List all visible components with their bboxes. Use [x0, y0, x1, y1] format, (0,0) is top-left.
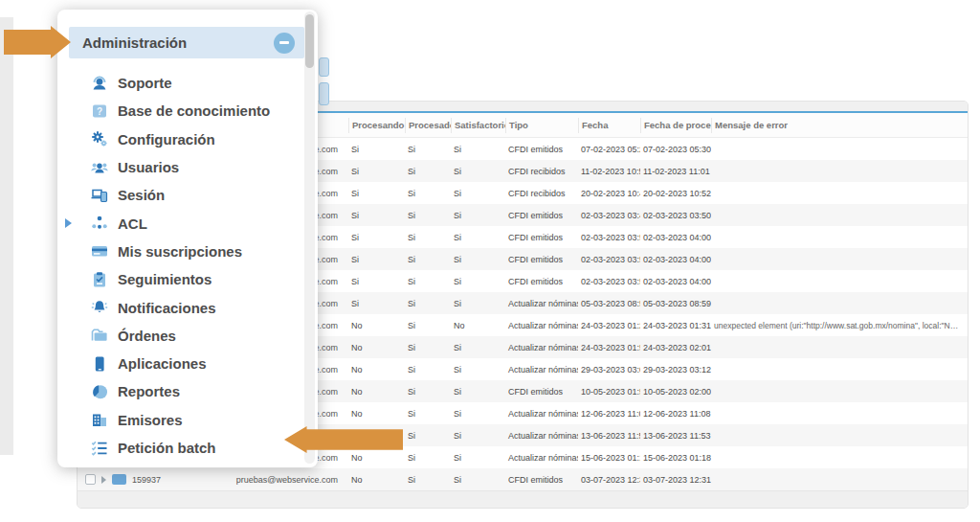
row-satisfactorio: Si	[451, 255, 505, 264]
row-left-controls: 159937	[85, 468, 161, 490]
menu-item-support[interactable]: Soporte	[57, 69, 297, 97]
column-header[interactable]: Mensaje de error	[711, 118, 968, 133]
row-fecha: 02-03-2023 03:55	[578, 277, 640, 286]
row-fecha: 20-02-2023 10:44	[578, 189, 640, 198]
menu-item-batch-request[interactable]: Petición batch	[57, 434, 297, 462]
menu-item-label: Seguimientos	[118, 271, 212, 287]
row-procesando: Si	[348, 233, 405, 242]
row-type-icon	[112, 474, 126, 485]
collapse-minus-icon[interactable]	[274, 33, 295, 54]
row-satisfactorio: No	[451, 321, 505, 330]
menu-scrollbar-thumb[interactable]	[305, 14, 314, 68]
row-fecha: 24-03-2023 01:55	[578, 343, 640, 352]
row-fecha: 07-02-2023 05:22	[578, 145, 640, 154]
row-email: pruebas@webservice.com	[236, 475, 338, 485]
row-procesando: No	[348, 321, 405, 330]
row-fecha: 03-07-2023 12:30	[578, 475, 640, 485]
row-tipo: CFDI emitidos	[505, 475, 578, 485]
column-header[interactable]: Procesando	[348, 118, 405, 133]
row-tipo: Actualizar nóminas	[505, 299, 578, 308]
row-satisfactorio: Si	[451, 145, 505, 154]
row-tipo: CFDI emitidos	[505, 145, 578, 154]
grid-footer-bar	[78, 490, 968, 509]
row-procesando: No	[348, 343, 405, 352]
subscriptions-icon	[90, 241, 109, 261]
row-error-message: unexpected element (uri:"http://www.sat.…	[711, 321, 968, 330]
orders-icon	[90, 326, 109, 345]
row-fecha-proceso: 12-06-2023 11:08	[640, 409, 711, 419]
row-fecha-proceso: 15-06-2023 01:18	[640, 453, 711, 463]
menu-item-reports[interactable]: Reportes	[57, 377, 297, 405]
menu-title: Administración	[69, 34, 274, 51]
row-procesado: Si	[405, 431, 451, 441]
row-fecha-proceso: 07-02-2023 05:30	[640, 145, 711, 154]
column-header[interactable]: Fecha	[578, 118, 640, 133]
row-satisfactorio: Si	[451, 431, 505, 441]
hidden-button-fragment	[319, 82, 329, 105]
menu-item-label: Notificaciones	[118, 300, 216, 316]
row-procesando: Si	[348, 211, 405, 220]
menu-item-subscriptions[interactable]: Mis suscripciones	[57, 238, 297, 265]
row-procesado: Si	[405, 387, 451, 397]
row-satisfactorio: Si	[451, 167, 505, 176]
column-header[interactable]: Satisfactorio	[451, 118, 505, 133]
menu-item-followups[interactable]: Seguimientos	[57, 265, 297, 293]
row-tipo: CFDI emitidos	[505, 387, 578, 397]
row-satisfactorio: Si	[451, 387, 505, 397]
row-procesando: No	[348, 409, 405, 419]
row-fecha-proceso: 11-02-2023 11:01	[640, 167, 711, 176]
row-procesado: Si	[405, 343, 451, 352]
menu-item-session[interactable]: Sesión	[57, 181, 297, 209]
row-procesado: Si	[405, 299, 451, 308]
row-tipo: CFDI recibidos	[505, 189, 578, 198]
row-fecha-proceso: 13-06-2023 11:53	[640, 431, 711, 441]
row-fecha: 05-03-2023 08:52	[578, 299, 640, 308]
row-tipo: CFDI emitidos	[505, 211, 578, 220]
menu-item-label: Mis suscripciones	[118, 243, 242, 260]
row-procesado: Si	[405, 189, 451, 198]
row-fecha-proceso: 05-03-2023 08:59	[640, 299, 711, 308]
administration-menu-popup: Administración Soporte?Base de conocimie…	[57, 10, 318, 467]
row-fecha-proceso: 02-03-2023 04:00	[640, 233, 711, 242]
column-header[interactable]: Fecha de proceso	[640, 118, 711, 133]
menu-item-settings[interactable]: Configuración	[57, 125, 297, 153]
reports-icon	[90, 382, 109, 401]
row-satisfactorio: Si	[451, 277, 505, 286]
row-tipo: CFDI emitidos	[505, 277, 578, 286]
row-procesado: Si	[405, 277, 451, 286]
menu-item-label: Soporte	[118, 75, 172, 91]
menu-item-users[interactable]: Usuarios	[57, 153, 297, 181]
menu-header-bar: Administración	[69, 27, 304, 58]
row-folio: 159937	[132, 475, 161, 485]
column-header[interactable]: Tipo	[505, 118, 578, 133]
row-fecha-proceso: 20-02-2023 10:52	[640, 189, 711, 198]
row-satisfactorio: Si	[451, 343, 505, 352]
row-fecha-proceso: 02-03-2023 03:50	[640, 211, 711, 220]
row-satisfactorio: Si	[451, 299, 505, 308]
table-row[interactable]: 159937pruebas@webservice.comNoSiSiCFDI e…	[78, 468, 968, 490]
menu-item-acl[interactable]: ACL	[57, 209, 297, 237]
menu-item-issuers[interactable]: Emisores	[57, 406, 297, 434]
menu-item-label: Sesión	[118, 187, 165, 203]
menu-item-knowledge-base[interactable]: ?Base de conocimiento	[57, 97, 297, 125]
batch-request-icon	[90, 439, 109, 458]
column-header[interactable]: Procesado	[405, 118, 451, 133]
menu-item-label: Emisores	[118, 412, 183, 428]
row-procesando: Si	[348, 189, 405, 198]
menu-item-notifications[interactable]: Notificaciones	[57, 293, 297, 321]
row-procesando: No	[348, 365, 405, 374]
row-expand-icon[interactable]	[101, 476, 106, 484]
menu-item-label: Órdenes	[118, 328, 176, 344]
row-fecha-proceso: 29-03-2023 03:12	[640, 365, 711, 374]
row-checkbox[interactable]	[85, 474, 96, 485]
expand-arrow-icon[interactable]	[65, 218, 72, 228]
annotation-arrow-peticion-batch	[284, 426, 403, 453]
menu-item-orders[interactable]: Órdenes	[57, 322, 297, 350]
menu-item-applications[interactable]: Aplicaciones	[57, 350, 297, 377]
row-procesando: Si	[348, 255, 405, 264]
row-procesando: Si	[348, 277, 405, 286]
row-fecha: 11-02-2023 10:51	[578, 167, 640, 176]
row-procesado: Si	[405, 409, 451, 419]
menu-scrollbar[interactable]	[304, 11, 315, 464]
notifications-icon	[90, 298, 109, 317]
